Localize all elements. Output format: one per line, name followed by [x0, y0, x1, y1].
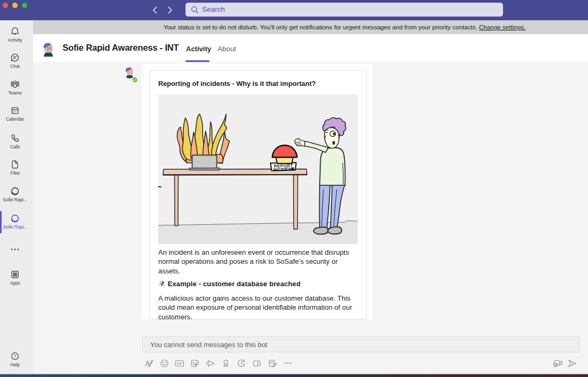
svg-text:GIF: GIF	[177, 362, 183, 365]
svg-text:?: ?	[14, 354, 17, 359]
